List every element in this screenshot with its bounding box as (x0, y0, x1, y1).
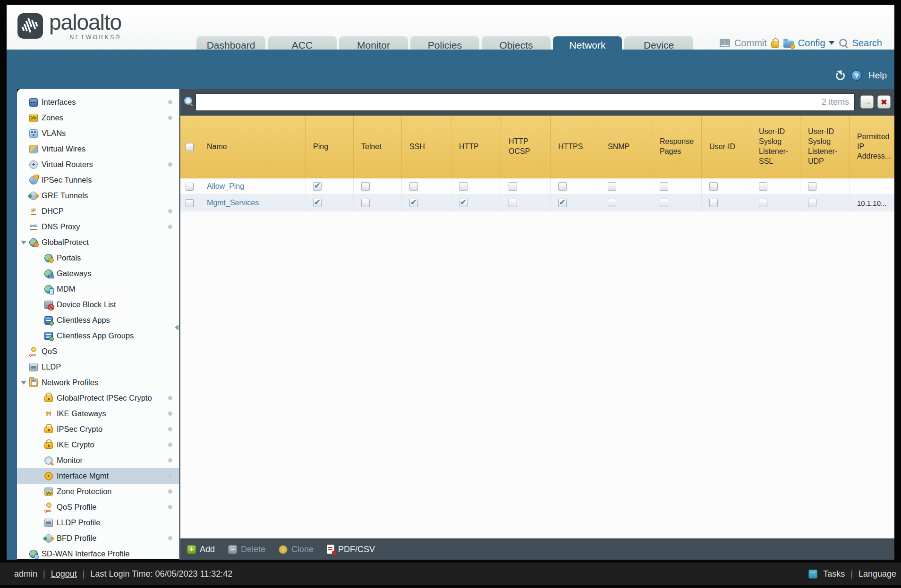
sidebar-item-globalprotect[interactable]: GlobalProtect (17, 235, 179, 250)
sidebar-item-monitor[interactable]: Monitor (17, 453, 179, 468)
checked-checkbox[interactable] (409, 199, 418, 207)
column-label: Ping (313, 142, 328, 152)
column-header-http[interactable]: HTTP (451, 116, 501, 178)
checked-checkbox[interactable] (459, 199, 468, 207)
tasks-button[interactable]: Tasks (823, 569, 845, 579)
unchecked-checkbox[interactable] (509, 199, 517, 207)
sidebar-item-dns-proxy[interactable]: DNS Proxy (17, 219, 179, 235)
column-header-telnet[interactable]: Telnet (354, 116, 402, 178)
unchecked-checkbox[interactable] (660, 199, 668, 207)
help-button[interactable]: Help (868, 70, 887, 81)
checked-checkbox[interactable] (313, 199, 322, 207)
row-select-cell (180, 178, 199, 194)
clear-filter-button[interactable] (877, 95, 891, 109)
sidebar-item-label: Interface Mgmt (57, 471, 165, 480)
sidebar-item-label: DHCP (42, 207, 165, 216)
config-menu[interactable]: Config (798, 38, 825, 49)
sidebar-item-zones[interactable]: Zones (17, 110, 179, 126)
row-name-link[interactable]: Allow_Ping (207, 182, 244, 191)
sidebar-item-lldp[interactable]: LLDP (17, 359, 179, 375)
sidebar-item-qos[interactable]: QoS (17, 344, 179, 359)
column-header-user-id-syslog-listener-udp[interactable]: User-ID Syslog Listener-UDP (800, 116, 850, 178)
sidebar-item-dhcp[interactable]: DHCP (17, 203, 179, 219)
expander-icon[interactable] (21, 241, 26, 244)
sidebar-item-ike-crypto[interactable]: IKE Crypto (17, 437, 179, 453)
column-header-name[interactable]: Name (199, 116, 306, 178)
row-checkbox[interactable] (186, 183, 194, 191)
logout-link[interactable]: Logout (51, 569, 77, 579)
unchecked-checkbox[interactable] (660, 182, 668, 191)
sidebar-item-device-block-list[interactable]: Device Block List (17, 297, 179, 312)
sidebar-item-interface-mgmt[interactable]: Interface Mgmt (17, 468, 179, 484)
unchecked-checkbox[interactable] (808, 182, 816, 191)
service-cell (354, 178, 402, 194)
lock-icon[interactable] (771, 42, 779, 48)
sidebar-item-virtual-routers[interactable]: Virtual Routers (17, 157, 179, 172)
sidebar-item-portals[interactable]: Portals (17, 250, 179, 266)
checked-checkbox[interactable] (313, 182, 322, 191)
column-header-ssh[interactable]: SSH (402, 116, 451, 178)
sidebar-item-zone-protection[interactable]: Zone Protection (17, 484, 179, 499)
unchecked-checkbox[interactable] (361, 199, 370, 207)
checked-checkbox[interactable] (558, 199, 567, 207)
sidebar-item-ike-gateways[interactable]: IKE Gateways (17, 406, 179, 421)
sidebar-item-interfaces[interactable]: Interfaces (17, 94, 179, 110)
sidebar-item-gre-tunnels[interactable]: GRE Tunnels (17, 188, 179, 203)
row-checkbox[interactable] (186, 199, 194, 207)
row-name-link[interactable]: Mgmt_Services (207, 199, 259, 207)
tasks-icon[interactable] (808, 570, 817, 579)
filter-bar: 2 items (180, 89, 894, 116)
column-header-user-id-syslog-listener-ssl[interactable]: User-ID Syslog Listener-SSL (751, 116, 800, 178)
apply-filter-button[interactable] (860, 95, 874, 109)
unchecked-checkbox[interactable] (608, 199, 616, 207)
unchecked-checkbox[interactable] (558, 182, 567, 191)
unchecked-checkbox[interactable] (361, 182, 370, 191)
column-header-response-pages[interactable]: Response Pages (652, 116, 702, 178)
dns-proxy-icon (29, 223, 38, 231)
unchecked-checkbox[interactable] (759, 199, 767, 207)
sidebar-item-vlans[interactable]: VLANs (17, 126, 179, 141)
sidebar-item-sd-wan-interface-profile[interactable]: SD-WAN Interface Profile (17, 546, 179, 559)
column-header-snmp[interactable]: SNMP (600, 116, 652, 178)
unchecked-checkbox[interactable] (709, 182, 718, 191)
column-header-user-id[interactable]: User-ID (702, 116, 751, 178)
expander-icon[interactable] (21, 381, 26, 385)
lldp-icon (44, 519, 53, 527)
column-header-https[interactable]: HTTPS (551, 116, 600, 178)
refresh-icon[interactable] (836, 71, 845, 80)
pdf-csv-button[interactable]: PDF/CSV (327, 545, 375, 554)
sidebar-item-ipsec-tunnels[interactable]: IPSec Tunnels (17, 172, 179, 188)
sidebar-item-label: Device Block List (57, 300, 165, 309)
unchecked-checkbox[interactable] (808, 199, 816, 207)
column-header-ping[interactable]: Ping (306, 116, 354, 178)
sidebar-item-globalprotect-ipsec-crypto[interactable]: GlobalProtect IPSec Crypto (17, 390, 179, 406)
column-header-http-ocsp[interactable]: HTTP OCSP (501, 116, 551, 178)
select-all-checkbox[interactable] (186, 143, 194, 151)
sidebar-item-qos-profile[interactable]: QoS Profile (17, 499, 179, 515)
name-cell: Mgmt_Services (199, 195, 306, 211)
sidebar-collapse-icon[interactable] (175, 325, 178, 330)
filter-input[interactable] (196, 93, 855, 111)
sidebar-item-virtual-wires[interactable]: Virtual Wires (17, 141, 179, 157)
column-label: User-ID Syslog Listener-SSL (759, 127, 796, 166)
sidebar-item-clientless-app-groups[interactable]: Clientless App Groups (17, 328, 179, 344)
sidebar-item-ipsec-crypto[interactable]: IPSec Crypto (17, 421, 179, 437)
sidebar-item-network-profiles[interactable]: Network Profiles (17, 375, 179, 390)
commit-button[interactable]: Commit (734, 38, 767, 49)
unchecked-checkbox[interactable] (759, 182, 767, 191)
sidebar-item-clientless-apps[interactable]: Clientless Apps (17, 312, 179, 328)
unchecked-checkbox[interactable] (709, 199, 718, 207)
unchecked-checkbox[interactable] (409, 182, 418, 191)
unchecked-checkbox[interactable] (459, 182, 468, 191)
sidebar-item-bfd-profile[interactable]: BFD Profile (17, 530, 179, 546)
global-search-button[interactable]: Search (852, 38, 882, 49)
sidebar-item-lldp-profile[interactable]: LLDP Profile (17, 515, 179, 530)
add-button[interactable]: Add (187, 545, 215, 554)
sidebar-item-label: QoS (42, 347, 165, 356)
sidebar-item-mdm[interactable]: MDM (17, 281, 179, 297)
unchecked-checkbox[interactable] (509, 182, 517, 191)
column-header-permitted-ip-address[interactable]: Permitted IP Address... (850, 116, 895, 178)
language-button[interactable]: Language (858, 569, 896, 579)
sidebar-item-gateways[interactable]: Gateways (17, 266, 179, 281)
unchecked-checkbox[interactable] (608, 182, 616, 191)
